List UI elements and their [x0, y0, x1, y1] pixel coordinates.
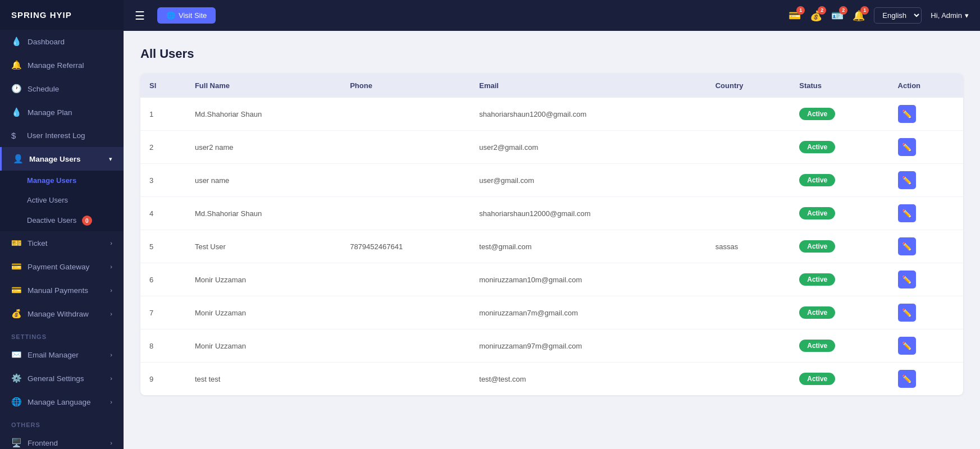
- topnav: ☰ 🌐 Visit Site 💳 1 💰 2 🪪 2 🔔 1 E: [124, 0, 980, 31]
- sidebar-item-manage-users[interactable]: 👤 Manage Users ▾: [0, 147, 124, 171]
- edit-button[interactable]: ✏️: [898, 271, 916, 288]
- sidebar-item-label: Dashboard: [28, 38, 65, 46]
- cell-sl: 5: [140, 230, 186, 263]
- cell-email: shahoriarshaun12000@gmail.com: [470, 197, 706, 230]
- bell-badge: 1: [860, 6, 869, 15]
- cell-fullname: user2 name: [186, 131, 341, 164]
- cell-action: ✏️: [889, 263, 963, 296]
- sidebar-subitem-deactive-users[interactable]: Deactive Users 0: [0, 210, 124, 231]
- cell-phone: [341, 263, 470, 296]
- manage-users-submenu: Manage Users Active Users Deactive Users…: [0, 171, 124, 231]
- edit-button[interactable]: ✏️: [898, 370, 916, 388]
- referral-icon: 🔔: [11, 60, 22, 70]
- cell-action: ✏️: [889, 363, 963, 396]
- wallet-badge: 2: [818, 6, 826, 15]
- sidebar-item-manage-referral[interactable]: 🔔 Manage Referral: [0, 53, 124, 77]
- cell-status: Active: [790, 296, 888, 329]
- table-header-row: Sl Full Name Phone Email Country Status …: [140, 74, 963, 98]
- col-status: Status: [790, 74, 888, 98]
- status-badge: Active: [799, 273, 835, 286]
- cell-fullname: Monir Uzzaman: [186, 296, 341, 329]
- bell-nav-icon[interactable]: 🔔 1: [853, 10, 865, 22]
- sidebar-item-user-interest-log[interactable]: $ User Interest Log: [0, 124, 124, 147]
- cell-status: Active: [790, 263, 888, 296]
- edit-button[interactable]: ✏️: [898, 237, 916, 255]
- sidebar-item-ticket[interactable]: 🎫 Ticket ›: [0, 231, 124, 255]
- cell-email: user@gmail.com: [470, 164, 706, 197]
- cell-action: ✏️: [889, 164, 963, 197]
- cell-country: sassas: [706, 230, 790, 263]
- sidebar-item-payment-gateway[interactable]: 💳 Payment Gateway ›: [0, 255, 124, 278]
- cell-country: [706, 263, 790, 296]
- language-select[interactable]: English: [874, 7, 922, 24]
- cell-email: test@test.com: [470, 363, 706, 396]
- table-row: 1 Md.Shahoriar Shaun shahoriarshaun1200@…: [140, 98, 963, 131]
- cell-phone: [341, 131, 470, 164]
- payment-icon: 💳: [11, 262, 22, 272]
- sidebar-item-label: Schedule: [28, 85, 59, 93]
- credit-card-nav-icon[interactable]: 💳 1: [788, 10, 801, 22]
- others-section-label: OTHERS: [0, 414, 124, 431]
- chevron-right-icon: ›: [110, 439, 112, 446]
- sidebar-item-dashboard[interactable]: 💧 Dashboard: [0, 30, 124, 53]
- cell-fullname: Test User: [186, 230, 341, 263]
- chevron-right-icon: ›: [110, 287, 112, 294]
- cell-country: [706, 164, 790, 197]
- status-badge: Active: [799, 306, 835, 319]
- chevron-right-icon: ›: [110, 398, 112, 405]
- status-badge: Active: [799, 174, 835, 186]
- edit-button[interactable]: ✏️: [898, 138, 916, 156]
- sidebar-item-label: Frontend: [28, 439, 58, 447]
- content-area: All Users Sl Full Name Phone Email Count…: [124, 31, 980, 449]
- cell-fullname: test test: [186, 363, 341, 396]
- interest-icon: $: [11, 131, 21, 140]
- visit-site-button[interactable]: 🌐 Visit Site: [157, 7, 216, 24]
- sidebar-item-email-manager[interactable]: ✉️ Email Manager ›: [0, 343, 124, 366]
- table-row: 8 Monir Uzzaman moniruzzaman97m@gmail.co…: [140, 329, 963, 363]
- edit-button[interactable]: ✏️: [898, 204, 916, 222]
- sidebar-item-label: Manual Payments: [28, 286, 88, 295]
- cell-action: ✏️: [889, 197, 963, 230]
- table-row: 3 user name user@gmail.com Active ✏️: [140, 164, 963, 197]
- cell-action: ✏️: [889, 329, 963, 363]
- hamburger-icon[interactable]: ☰: [135, 9, 145, 22]
- cell-status: Active: [790, 197, 888, 230]
- table-row: 6 Monir Uzzaman moniruzzaman10m@gmail.co…: [140, 263, 963, 296]
- sidebar-item-manual-payments[interactable]: 💳 Manual Payments ›: [0, 278, 124, 302]
- sidebar-item-label: Ticket: [28, 239, 48, 248]
- sidebar-item-general-settings[interactable]: ⚙️ General Settings ›: [0, 366, 124, 390]
- table-row: 2 user2 name user2@gmail.com Active ✏️: [140, 131, 963, 164]
- language-icon: 🌐: [11, 397, 22, 407]
- cell-email: moniruzzaman10m@gmail.com: [470, 263, 706, 296]
- cell-phone: [341, 329, 470, 363]
- id-card-nav-icon[interactable]: 🪪 2: [831, 10, 844, 22]
- edit-button[interactable]: ✏️: [898, 171, 916, 189]
- sidebar-item-manage-withdraw[interactable]: 💰 Manage Withdraw ›: [0, 302, 124, 326]
- sidebar-item-frontend[interactable]: 🖥️ Frontend ›: [0, 431, 124, 449]
- globe-icon: 🌐: [166, 11, 175, 20]
- col-sl: Sl: [140, 74, 186, 98]
- edit-button[interactable]: ✏️: [898, 105, 916, 123]
- admin-menu-button[interactable]: Hi, Admin ▾: [931, 11, 969, 20]
- sidebar-item-schedule[interactable]: 🕐 Schedule: [0, 77, 124, 100]
- sidebar-item-manage-plan[interactable]: 💧 Manage Plan: [0, 100, 124, 124]
- sidebar-subitem-active-users[interactable]: Active Users: [0, 190, 124, 210]
- sidebar-subitem-manage-users[interactable]: Manage Users: [0, 171, 124, 190]
- cell-email: moniruzzaman97m@gmail.com: [470, 329, 706, 363]
- sidebar-item-label: Manage Users: [29, 155, 81, 163]
- status-badge: Active: [799, 373, 835, 385]
- cell-status: Active: [790, 164, 888, 197]
- sidebar-item-label: User Interest Log: [27, 131, 85, 140]
- wallet-nav-icon[interactable]: 💰 2: [810, 10, 822, 22]
- cell-country: [706, 98, 790, 131]
- cell-fullname: Md.Shahoriar Shaun: [186, 98, 341, 131]
- edit-button[interactable]: ✏️: [898, 337, 916, 355]
- cell-fullname: user name: [186, 164, 341, 197]
- cell-status: Active: [790, 98, 888, 131]
- sidebar-item-manage-language[interactable]: 🌐 Manage Language ›: [0, 390, 124, 414]
- app-logo: SPRING HYIP: [0, 0, 124, 30]
- cell-email: moniruzzaman7m@gmail.com: [470, 296, 706, 329]
- cell-sl: 4: [140, 197, 186, 230]
- edit-button[interactable]: ✏️: [898, 304, 916, 322]
- cell-country: [706, 296, 790, 329]
